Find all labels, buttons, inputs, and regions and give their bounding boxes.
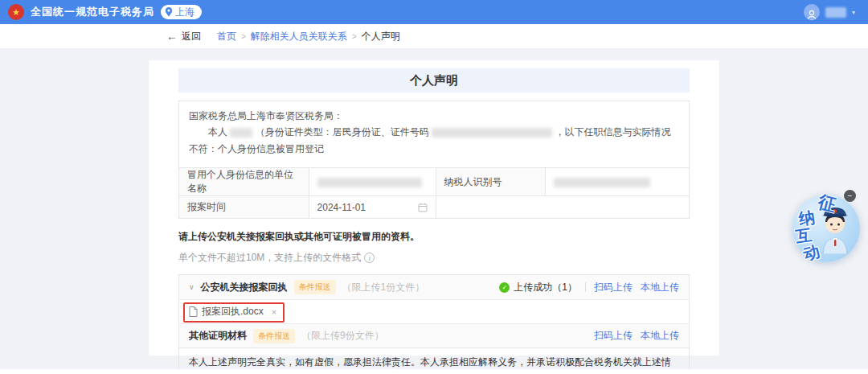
back-arrow-icon: ← — [166, 30, 178, 43]
divider — [585, 282, 586, 292]
file-icon — [189, 306, 198, 317]
statement-part2: （身份证件类型：居民身份证、证件号码 — [256, 126, 429, 138]
app-title: 全国统一规范电子税务局 — [31, 5, 154, 19]
recipient-line: 国家税务总局上海市奉贤区税务局： — [189, 108, 679, 124]
app-header: ★ 全国统一规范电子税务局 上海 ▾ — [0, 0, 868, 24]
user-name-redacted[interactable] — [825, 7, 846, 18]
scan-upload-button[interactable]: 扫码上传 — [594, 281, 633, 294]
bottom-edge — [0, 369, 868, 374]
info-icon[interactable]: i — [364, 253, 375, 263]
upload-limit: （限上传1份文件） — [342, 281, 425, 294]
uploaded-file-chip[interactable]: 报案回执.docx × — [189, 305, 276, 319]
company-name-redacted — [317, 178, 422, 187]
user-area[interactable]: ▾ — [804, 4, 855, 20]
calendar-icon[interactable] — [418, 203, 428, 212]
breadcrumb-parent[interactable]: 解除相关人员关联关系 — [251, 30, 347, 43]
taxid-value-cell — [546, 168, 690, 196]
upload-box: ∨ 公安机关接报案回执 条件报送 （限上传1份文件） ✓ 上传成功（1） 扫码上… — [178, 274, 690, 348]
report-date-label-cell: 报案时间 — [179, 196, 309, 219]
breadcrumb-separator: > — [241, 32, 246, 41]
empty-cell — [436, 196, 690, 219]
company-value-cell — [309, 168, 436, 196]
local-upload-button[interactable]: 本地上传 — [641, 281, 679, 294]
breadcrumb-bar: ← 返回 首页 > 解除相关人员关联关系 > 个人声明 — [0, 24, 868, 48]
success-check-icon: ✓ — [499, 282, 510, 293]
breadcrumb-home[interactable]: 首页 — [217, 30, 236, 43]
taxid-redacted — [554, 178, 650, 187]
table-row: 冒用个人身份信息的单位名称 纳税人识别号 — [179, 168, 690, 196]
section-name: 公安机关接报案回执 — [201, 281, 288, 294]
breadcrumb: 首页 > 解除相关人员关联关系 > 个人声明 — [217, 30, 400, 43]
table-row: 报案时间 2024-11-01 — [179, 196, 690, 219]
upload-note: 单个文件不超过10M，支持上传的文件格式 i — [178, 251, 690, 265]
report-date-value-cell[interactable]: 2024-11-01 — [309, 196, 436, 219]
location-selector[interactable]: 上海 — [161, 5, 202, 19]
user-menu-chevron-icon[interactable]: ▾ — [852, 9, 855, 16]
local-upload-button[interactable]: 本地上传 — [641, 329, 679, 343]
location-pin-icon — [165, 7, 173, 17]
id-number-redacted — [432, 128, 552, 138]
taxid-label-cell: 纳税人识别号 — [436, 168, 546, 196]
person-icon — [806, 10, 817, 20]
breadcrumb-current: 个人声明 — [362, 30, 400, 43]
report-date-value[interactable]: 2024-11-01 — [317, 202, 366, 213]
upload-instruction: 请上传公安机关接报案回执或其他可证明被冒用的资料。 — [178, 230, 690, 244]
brand-area: ★ 全国统一规范电子税务局 上海 — [8, 4, 202, 20]
upload-note-text: 单个文件不超过10M，支持上传的文件格式 — [178, 251, 361, 265]
remove-file-icon[interactable]: × — [272, 307, 276, 317]
statement-line: 本人 （身份证件类型：居民身份证、证件号码 ，以下任职信息与实际情况不符：个人身… — [189, 124, 679, 157]
statement-box: 国家税务总局上海市奉贤区税务局： 本人 （身份证件类型：居民身份证、证件号码 ，… — [178, 101, 690, 167]
name-redacted — [230, 128, 252, 138]
user-avatar-icon[interactable] — [804, 4, 820, 20]
breadcrumb-separator: > — [352, 32, 357, 41]
company-label-cell: 冒用个人身份信息的单位名称 — [179, 168, 309, 196]
location-label: 上海 — [175, 6, 194, 19]
conditional-badge: 条件报送 — [253, 329, 295, 343]
declaration-card: 个人声明 国家税务总局上海市奉贤区税务局： 本人 （身份证件类型：居民身份证、证… — [149, 60, 719, 356]
info-table: 冒用个人身份信息的单位名称 纳税人识别号 报案时间 2024-11-01 — [178, 167, 690, 219]
conditional-badge: 条件报送 — [294, 280, 336, 294]
file-name[interactable]: 报案回执.docx — [202, 305, 264, 319]
section-name: 其他证明材料 — [189, 329, 247, 343]
back-button[interactable]: ← 返回 — [166, 30, 201, 43]
upload-status: ✓ 上传成功（1） — [499, 281, 577, 294]
scan-upload-button[interactable]: 扫码上传 — [594, 329, 633, 343]
statement-part1: 本人 — [208, 126, 227, 138]
national-emblem-icon: ★ — [8, 4, 24, 20]
minimize-widget-button[interactable]: − — [844, 190, 856, 202]
uploaded-file-row: 报案回执.docx × — [179, 299, 689, 323]
upload-section-police-receipt: ∨ 公安机关接报案回执 条件报送 （限上传1份文件） ✓ 上传成功（1） 扫码上… — [179, 275, 689, 299]
upload-limit: （限上传9份文件） — [301, 329, 384, 343]
interaction-widget[interactable]: 征 纳 互 动 − — [789, 190, 868, 265]
page-title: 个人声明 — [178, 68, 690, 92]
back-label: 返回 — [182, 30, 201, 43]
chevron-down-icon[interactable]: ∨ — [189, 283, 194, 291]
upload-status-text: 上传成功（1） — [514, 281, 577, 294]
upload-section-other-materials: 其他证明材料 条件报送 （限上传9份文件） 扫码上传 本地上传 — [179, 323, 689, 347]
